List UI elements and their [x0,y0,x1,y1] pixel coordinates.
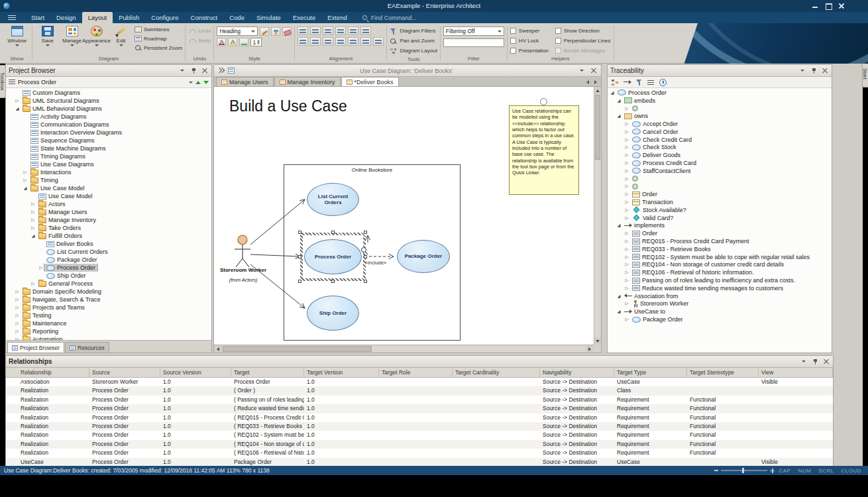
expand-collapse-icon[interactable]: ▷ [22,168,28,176]
ribbon-tab[interactable]: Code [223,12,250,23]
tree-item[interactable]: ▷ Take Orders [6,224,211,232]
tree-item[interactable]: Communication Diagrams [6,121,211,129]
tree-item[interactable]: ▷ Order [608,229,832,237]
tree-item[interactable]: ▷ Stock Available? [608,206,832,214]
helper-checkbox[interactable]: Show Direction [555,27,611,34]
ribbon-small-button[interactable]: Persistent Zoom [135,43,182,52]
expand-collapse-icon[interactable]: ▷ [624,206,630,214]
expand-collapse-icon[interactable]: ▷ [624,284,630,292]
tree-item[interactable]: ▷ Check Stock [608,144,832,152]
tree-item[interactable]: ▷ UML Structural Diagrams [6,97,211,105]
ribbon-small-button[interactable]: Roadmap [135,34,182,43]
tools-menu-item[interactable]: Pan and Zoom [390,36,437,46]
alignment-icon[interactable] [373,37,384,46]
tree-item[interactable]: ◢ implements [608,222,832,230]
tree-item[interactable]: ▷ [608,183,832,191]
tree-item[interactable]: ▷ Passing on of roles leading to ineffic… [608,276,832,284]
expand-collapse-icon[interactable]: ▷ [624,136,630,144]
column-header[interactable]: Navigability [540,368,614,377]
selection-handle[interactable] [298,280,301,283]
expand-collapse-icon[interactable]: ▷ [624,214,630,222]
checkbox-icon[interactable] [510,38,516,44]
ribbon-big-button[interactable]: Appearance [84,25,109,55]
expand-collapse-icon[interactable]: ▷ [22,176,28,184]
maximize-icon[interactable] [825,3,832,9]
tree-item[interactable]: ▷ Package Order [608,315,832,323]
usecase-ship-order[interactable]: Ship Order [307,296,359,331]
expand-collapse-icon[interactable]: ▷ [624,261,630,269]
alignment-icon[interactable] [310,27,321,35]
line-width-stepper[interactable]: 1 [250,38,262,46]
expand-collapse-icon[interactable]: ▷ [624,167,630,175]
expand-collapse-icon[interactable]: ▷ [624,105,630,113]
expand-collapse-icon[interactable]: ▷ [624,198,630,206]
ribbon-big-button[interactable]: Save [35,25,60,55]
column-header[interactable]: Target Role [379,368,453,377]
tree-item[interactable]: ▷ Deliver Goods [608,151,832,159]
tree-item[interactable]: Deliver Books [6,240,211,248]
column-header[interactable]: Target Stereotype [687,368,759,377]
tree-item[interactable]: ▷ Maintenance [6,319,211,327]
format-painter-icon[interactable] [282,27,292,36]
tree-item[interactable]: ▷ Storeroom Worker [608,300,832,308]
selection-handle[interactable] [331,231,335,234]
expand-collapse-icon[interactable]: ◢ [616,222,622,230]
table-row[interactable]: Realization Process Order 1.0 ( REQ106 -… [6,449,833,457]
alignment-icon[interactable] [323,37,333,46]
tree-item[interactable]: Sequence Diagrams [6,137,211,144]
tree-item[interactable]: ◢ Use Case Model [6,184,211,192]
scroll-tabs-right-icon[interactable] [592,79,598,85]
tree-item[interactable]: ▷ Process Credit Card [608,159,832,167]
expand-collapse-icon[interactable]: ▷ [624,175,630,183]
tree-item[interactable]: ▷ REQ104 - Non storage of customer credi… [608,261,832,269]
tree-item[interactable]: Timing Diagrams [6,152,211,160]
tree-item[interactable]: ▷ Check Credit Card [608,136,832,144]
expand-collapse-icon[interactable]: ▷ [624,253,630,261]
column-header[interactable]: Source [89,368,160,377]
find-command-box[interactable] [362,12,433,23]
expand-collapse-icon[interactable]: ◢ [609,89,616,97]
expand-collapse-icon[interactable]: ▷ [14,97,21,105]
selection-hatch-border[interactable] [300,233,366,281]
paintbrush-icon[interactable] [271,27,280,36]
column-header[interactable]: Source Version [160,368,231,377]
ribbon-small-button[interactable]: Swimlanes [135,25,182,34]
expand-collapse-icon[interactable]: ◢ [22,184,28,192]
expand-collapse-icon[interactable]: ▷ [14,288,21,296]
expand-collapse-icon[interactable]: ▷ [30,200,36,208]
usecase-list-current-orders[interactable]: List Current Orders [307,183,359,216]
scroll-down-icon[interactable] [594,337,601,345]
app-menu-icon[interactable] [8,15,16,21]
column-header[interactable]: Target [231,368,304,377]
zoom-slider[interactable] [714,469,775,473]
move-up-icon[interactable] [195,81,201,84]
expand-collapse-icon[interactable]: ▷ [624,183,630,191]
tree-item[interactable]: ▷ Valid Card? [608,214,832,222]
expand-collapse-icon[interactable]: ▷ [624,245,630,253]
table-row[interactable]: Realization Process Order 1.0 ( REQ033 -… [6,422,833,431]
tree-item[interactable]: Ship Order [6,272,211,280]
tree-item[interactable]: ▷ Projects and Teams [6,304,211,311]
expand-collapse-icon[interactable]: ▷ [14,304,21,311]
column-header[interactable]: Target Cardinality [453,368,540,377]
usecase-package-order[interactable]: Package Order [397,240,450,273]
table-row[interactable]: Realization Process Order 1.0 ( REQ102 -… [6,431,833,439]
expand-collapse-icon[interactable]: ▷ [624,237,630,245]
table-row[interactable]: Realization Process Order 1.0 ( Passing … [6,396,833,404]
expand-collapse-icon[interactable]: ▷ [14,327,21,335]
undo-redo-button[interactable]: Redo [188,36,211,45]
window-button[interactable]: Window [5,25,29,55]
panel-menu-button[interactable] [800,358,808,366]
alignment-icon[interactable] [298,37,308,46]
diagram-tab[interactable]: *Deliver Books [341,77,399,86]
column-header[interactable]: View [759,368,833,377]
tools-menu-item[interactable]: Diagram Layout [390,46,437,56]
tree-item[interactable]: ◢ Process Order [608,89,832,97]
horizontal-scrollbar[interactable] [214,345,594,353]
tree-item[interactable]: ◢ embeds [608,97,832,105]
column-header[interactable]: Target Type [614,368,687,377]
scrollbar-thumb[interactable] [595,95,600,160]
checkbox-icon[interactable] [510,48,516,54]
alignment-icon[interactable] [360,27,371,35]
expand-collapse-icon[interactable]: ◢ [616,112,622,120]
